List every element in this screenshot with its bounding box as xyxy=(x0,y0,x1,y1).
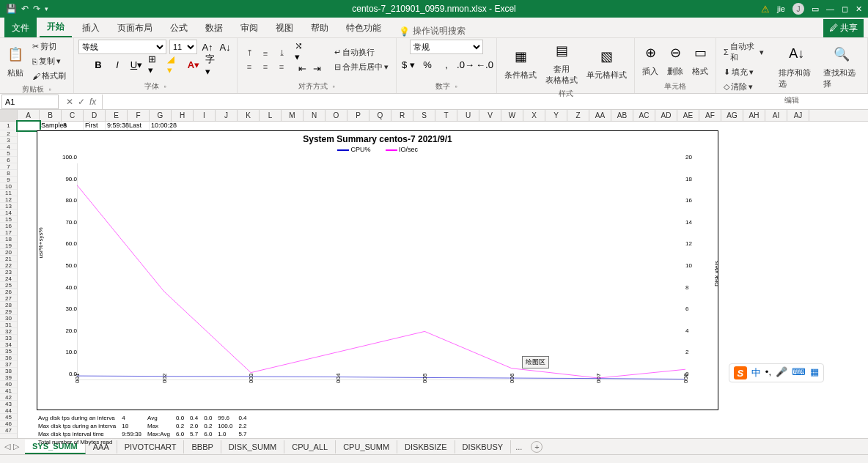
row-header[interactable]: 16 xyxy=(0,223,17,229)
cond-format-button[interactable]: 条件格式 xyxy=(501,68,540,82)
row-header[interactable]: 25 xyxy=(0,282,17,289)
select-all-corner[interactable] xyxy=(0,110,18,121)
col-header[interactable]: V xyxy=(479,110,501,121)
plot-area[interactable]: 001002003004005006007008 xyxy=(77,163,685,380)
row-header[interactable]: 11 xyxy=(0,190,17,196)
qat-more-icon[interactable]: ▾ xyxy=(45,5,48,12)
row-header[interactable]: 43 xyxy=(0,401,17,407)
ime-toolbar[interactable]: S 中 •, 🎤 ⌨ ▦ xyxy=(729,363,824,382)
decrease-font-icon[interactable]: A↓ xyxy=(218,40,232,54)
insert-cells-button[interactable]: 插入 xyxy=(639,64,661,78)
minimize-icon[interactable]: — xyxy=(826,4,834,13)
autosum-button[interactable]: Σ自动求和 ▾ xyxy=(721,40,767,64)
dec-decimal-icon[interactable]: ←.0 xyxy=(477,57,492,72)
col-header[interactable]: W xyxy=(501,110,523,121)
col-header[interactable]: S xyxy=(413,110,435,121)
tab-file[interactable]: 文件 xyxy=(4,18,37,37)
col-header[interactable]: AB xyxy=(611,110,633,121)
row-header[interactable]: 14 xyxy=(0,210,17,216)
row-header[interactable]: 33 xyxy=(0,335,17,341)
redo-icon[interactable]: ↷ xyxy=(33,4,40,14)
row-header[interactable]: 12 xyxy=(0,196,17,203)
cut-button[interactable]: ✂剪切 xyxy=(29,40,69,53)
col-header[interactable]: Z xyxy=(567,110,589,121)
row-header[interactable]: 39 xyxy=(0,374,17,381)
row-header[interactable]: 28 xyxy=(0,302,17,308)
row-header[interactable]: 17 xyxy=(0,229,17,236)
ime-keyboard-icon[interactable]: ⌨ xyxy=(792,366,806,379)
underline-button[interactable]: U ▾ xyxy=(129,57,144,72)
cell-styles-button[interactable]: 单元格样式 xyxy=(584,68,630,82)
currency-icon[interactable]: $ ▾ xyxy=(401,57,416,72)
italic-button[interactable]: I xyxy=(110,57,125,72)
ribbon-display-icon[interactable]: ▭ xyxy=(812,4,819,14)
sheet-tabs-more[interactable]: ... xyxy=(511,442,526,451)
align-left-icon[interactable]: ≡ xyxy=(242,61,257,73)
col-header[interactable]: A xyxy=(18,110,40,121)
cell-styles-icon[interactable]: ▧ xyxy=(596,45,618,67)
cell[interactable]: Last xyxy=(128,122,150,130)
row-header[interactable]: 6 xyxy=(0,157,17,163)
row-header[interactable]: 47 xyxy=(0,427,17,434)
tab-home[interactable]: 开始 xyxy=(40,16,72,37)
row-header[interactable]: 42 xyxy=(0,394,17,401)
row-header[interactable]: 7 xyxy=(0,163,17,170)
sheet-tab[interactable]: CPU_SUMM xyxy=(336,440,397,453)
new-sheet-button[interactable]: + xyxy=(531,441,542,453)
wrap-text-button[interactable]: ↵自动换行 xyxy=(331,45,391,59)
row-header[interactable]: 10 xyxy=(0,183,17,190)
row-header[interactable]: 21 xyxy=(0,256,17,262)
find-select-button[interactable]: 查找和选择 xyxy=(820,66,863,91)
col-header[interactable]: AC xyxy=(633,110,655,121)
row-header[interactable]: 29 xyxy=(0,308,17,315)
sogou-icon[interactable]: S xyxy=(734,366,747,379)
col-header[interactable]: X xyxy=(523,110,545,121)
align-right-icon[interactable]: ≡ xyxy=(274,61,289,73)
row-header[interactable]: 37 xyxy=(0,361,17,368)
col-header[interactable]: N xyxy=(304,110,326,121)
col-header[interactable]: I xyxy=(194,110,216,121)
dialog-launcher-icon[interactable]: ▫ xyxy=(455,83,457,90)
font-size-select[interactable]: 11 xyxy=(169,40,197,54)
cond-format-icon[interactable]: ▦ xyxy=(510,45,532,67)
row-header[interactable]: 35 xyxy=(0,348,17,355)
tell-me[interactable]: 💡操作说明搜索 xyxy=(399,25,466,37)
delete-cells-icon[interactable]: ⊖ xyxy=(664,42,686,64)
col-header[interactable]: K xyxy=(238,110,260,121)
insert-cells-icon[interactable]: ⊕ xyxy=(639,42,661,64)
cell[interactable]: Samples xyxy=(40,122,62,130)
share-button[interactable]: 🖉 共享 xyxy=(823,19,864,37)
cell[interactable]: 8 xyxy=(62,122,84,130)
sheet-tab[interactable]: CPU_ALL xyxy=(284,440,336,453)
undo-icon[interactable]: ↶ xyxy=(21,4,29,14)
col-header[interactable]: AA xyxy=(589,110,611,121)
row-header[interactable]: 23 xyxy=(0,269,17,275)
sheet-tab[interactable]: DISKBSIZE xyxy=(397,440,455,453)
inc-decimal-icon[interactable]: .0→ xyxy=(458,57,473,72)
copy-button[interactable]: ⎘复制 ▾ xyxy=(29,54,69,68)
row-header[interactable]: 18 xyxy=(0,236,17,242)
cancel-formula-icon[interactable]: ✕ xyxy=(66,97,73,107)
row-header[interactable]: 30 xyxy=(0,315,17,322)
close-icon[interactable]: ✕ xyxy=(856,4,862,14)
tab-help[interactable]: 帮助 xyxy=(304,18,336,37)
col-header[interactable]: M xyxy=(282,110,304,121)
col-header[interactable]: AE xyxy=(677,110,699,121)
orientation-icon[interactable]: ⤭ ▾ xyxy=(295,44,309,59)
row-header[interactable]: 41 xyxy=(0,388,17,394)
col-header[interactable]: E xyxy=(106,110,128,121)
dialog-launcher-icon[interactable]: ▫ xyxy=(332,83,334,90)
row-header[interactable]: 31 xyxy=(0,322,17,328)
find-select-icon[interactable]: 🔍 xyxy=(831,43,853,65)
row-header[interactable]: 26 xyxy=(0,289,17,295)
enter-formula-icon[interactable]: ✓ xyxy=(78,97,85,107)
row-header[interactable]: 2 xyxy=(0,130,17,137)
format-cells-icon[interactable]: ▭ xyxy=(689,42,711,64)
sheet-nav-first-icon[interactable]: ◁ xyxy=(4,442,10,451)
ime-punct-icon[interactable]: •, xyxy=(765,366,771,379)
paste-icon[interactable]: 📋 xyxy=(4,43,26,65)
row-header[interactable]: 9 xyxy=(0,177,17,183)
row-header[interactable]: 34 xyxy=(0,341,17,348)
clear-button[interactable]: ◇清除 ▾ xyxy=(721,80,767,94)
col-header[interactable]: O xyxy=(326,110,347,121)
